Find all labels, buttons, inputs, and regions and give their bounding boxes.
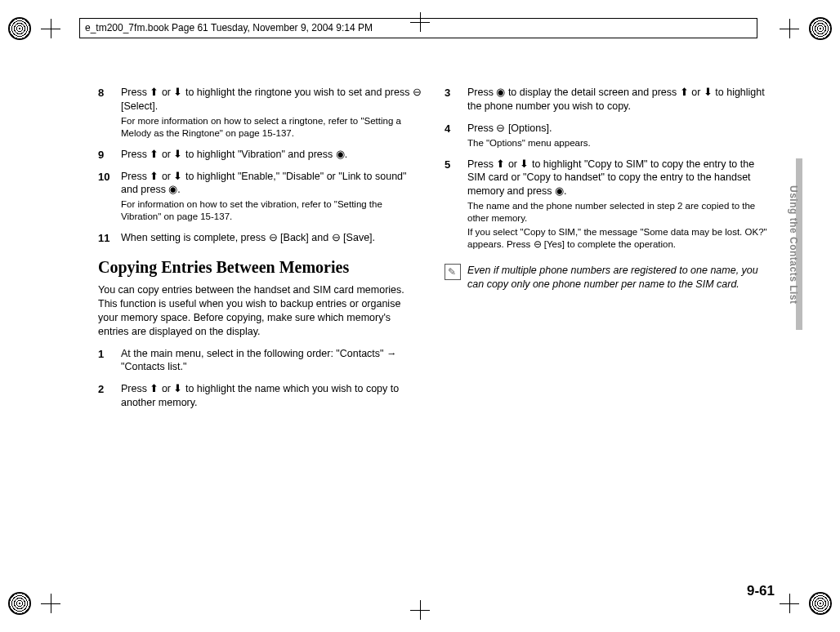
step-number: 5 <box>445 158 467 252</box>
step-number: 2 <box>98 382 121 412</box>
step-subtext: For more information on how to select a … <box>121 115 422 140</box>
step-5: 5 Press ⬆ or ⬇ to highlight "Copy to SIM… <box>445 158 768 252</box>
section-tab-label: Using the Contacts List <box>788 185 799 305</box>
step-number: 11 <box>98 231 121 247</box>
step-subtext: For information on how to set the vibrat… <box>121 198 422 223</box>
section-tab: Using the Contacts List <box>784 163 799 327</box>
step-text: Press ⊖ [Options]. <box>467 122 768 136</box>
registration-target-icon <box>8 17 31 40</box>
crop-mark-br <box>791 583 832 624</box>
step-3: 3 Press ◉ to display the detail screen a… <box>445 86 768 115</box>
crop-mark-bl <box>8 583 49 624</box>
step-10: 10 Press ⬆ or ⬇ to highlight "Enable," "… <box>98 170 422 225</box>
step-number: 8 <box>98 86 121 141</box>
right-column: 3 Press ◉ to display the detail screen a… <box>445 86 768 559</box>
step-2: 2 Press ⬆ or ⬇ to highlight the name whi… <box>98 382 422 412</box>
step-1: 1 At the main menu, select in the follow… <box>98 347 422 376</box>
crop-mark-tr <box>791 8 832 49</box>
crop-cross-bottom-icon <box>410 600 430 620</box>
step-text: Press ⬆ or ⬇ to highlight "Vibration" an… <box>121 148 422 162</box>
step-11: 11 When setting is complete, press ⊖ [Ba… <box>98 231 422 247</box>
crop-mark-tl <box>8 8 49 49</box>
registration-target-icon <box>809 17 832 40</box>
note-text: Even if multiple phone numbers are regis… <box>467 264 768 292</box>
step-number: 3 <box>445 86 467 115</box>
step-text: Press ⬆ or ⬇ to highlight the ringtone y… <box>121 86 422 113</box>
step-number: 10 <box>98 170 121 225</box>
step-number: 9 <box>98 148 121 163</box>
step-subtext: If you select "Copy to SIM," the message… <box>467 226 768 251</box>
section-heading: Copying Entries Between Memories <box>98 256 422 278</box>
step-number: 4 <box>445 122 467 151</box>
step-text: At the main menu, select in the followin… <box>121 347 422 375</box>
note-block: Even if multiple phone numbers are regis… <box>445 264 768 292</box>
section-intro: You can copy entries between the handset… <box>98 283 422 339</box>
step-text: Press ⬆ or ⬇ to highlight the name which… <box>121 382 422 410</box>
registration-target-icon <box>809 592 832 615</box>
page-number: 9-61 <box>747 583 775 599</box>
registration-target-icon <box>8 592 31 615</box>
step-8: 8 Press ⬆ or ⬇ to highlight the ringtone… <box>98 86 422 141</box>
step-text: When setting is complete, press ⊖ [Back]… <box>121 231 422 245</box>
crop-cross-icon <box>780 594 799 613</box>
crop-cross-icon <box>41 594 60 613</box>
step-subtext: The name and the phone number selected i… <box>467 200 768 225</box>
step-text: Press ◉ to display the detail screen and… <box>467 86 768 113</box>
step-number: 1 <box>98 347 121 376</box>
framemaker-header: e_tm200_7fm.book Page 61 Tuesday, Novemb… <box>79 18 757 38</box>
step-text: Press ⬆ or ⬇ to highlight "Enable," "Dis… <box>121 170 422 198</box>
page-content: 8 Press ⬆ or ⬇ to highlight the ringtone… <box>98 86 768 559</box>
step-9: 9 Press ⬆ or ⬇ to highlight "Vibration" … <box>98 148 422 163</box>
left-column: 8 Press ⬆ or ⬇ to highlight the ringtone… <box>98 86 422 559</box>
step-subtext: The "Options" menu appears. <box>467 137 768 149</box>
step-4: 4 Press ⊖ [Options]. The "Options" menu … <box>445 122 768 151</box>
crop-cross-icon <box>41 19 60 38</box>
crop-cross-icon <box>780 19 799 38</box>
step-text: Press ⬆ or ⬇ to highlight "Copy to SIM" … <box>467 158 768 199</box>
note-icon <box>445 264 461 280</box>
